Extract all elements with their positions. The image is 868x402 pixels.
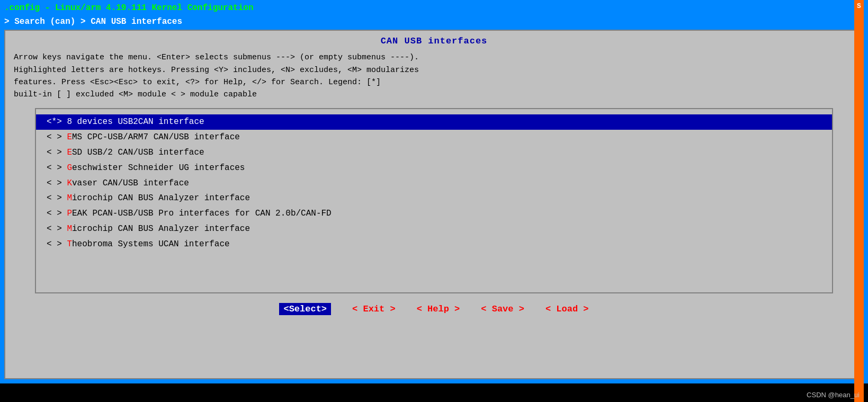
menu-item-rest: heobroma Systems UCAN interface — [72, 239, 230, 249]
menu-item-hotkey: K — [67, 178, 72, 188]
menu-item-rest: MS CPC-USB/ARM7 CAN/USB interface — [72, 132, 240, 142]
instructions: Arrow keys navigate the menu. <Enter> se… — [14, 51, 854, 101]
menu-item-item-geschwister[interactable]: < > Geschwister Schneider UG interfaces — [36, 160, 832, 176]
breadcrumb: > Search (can) > CAN USB interfaces — [0, 16, 868, 30]
menu-item-prefix: < > — [47, 178, 67, 188]
breadcrumb-text: > Search (can) > CAN USB interfaces — [4, 17, 182, 26]
main-window: CAN USB interfaces Arrow keys navigate t… — [4, 30, 864, 379]
menu-item-hotkey: E — [67, 132, 72, 142]
menu-item-rest: vaser CAN/USB interface — [72, 178, 189, 188]
save-hotkey: S — [492, 304, 497, 314]
exit-hotkey: E — [363, 304, 368, 314]
menu-item-item-ems[interactable]: < > EMS CPC-USB/ARM7 CAN/USB interface — [36, 130, 832, 145]
help-hotkey: H — [427, 304, 433, 314]
menu-item-prefix: < > — [47, 193, 67, 203]
save-rest: ave > — [497, 304, 524, 314]
load-rest: oad > — [562, 304, 589, 314]
menu-item-hotkey: P — [67, 209, 72, 218]
select-label: <Select> — [283, 304, 327, 314]
select-button[interactable]: <Select> — [279, 303, 331, 315]
menu-item-rest: EAK PCAN-USB/USB Pro interfaces for CAN … — [72, 209, 332, 218]
title-bar: .config - Linux/arm 4.19.111 Kernel Conf… — [0, 0, 868, 16]
menu-item-prefix: < > — [47, 148, 67, 157]
bottom-black — [0, 383, 868, 402]
instruction-line: features. Press <Esc><Esc> to exit, <?> … — [14, 76, 854, 88]
load-hotkey: L — [556, 304, 561, 314]
exit-rest: xit > — [369, 304, 396, 314]
menu-item-rest: SD USB/2 CAN/USB interface — [72, 148, 204, 157]
title-text: .config - Linux/arm 4.19.111 Kernel Conf… — [4, 3, 253, 13]
menu-box[interactable]: <*> 8 devices USB2CAN interface< > EMS C… — [35, 108, 833, 293]
menu-item-item-microchip1[interactable]: < > Microchip CAN BUS Analyzer interface — [36, 191, 832, 206]
load-button[interactable]: < Load > — [545, 304, 589, 314]
watermark: CSDN @hean_ui — [807, 391, 860, 399]
menu-item-item-microchip2[interactable]: < > Microchip CAN BUS Analyzer interface — [36, 221, 832, 237]
save-button[interactable]: < Save > — [481, 304, 524, 314]
menu-item-prefix: < > — [47, 132, 67, 142]
menu-item-item-peak[interactable]: < > PEAK PCAN-USB/USB Pro interfaces for… — [36, 206, 832, 221]
instruction-line: Arrow keys navigate the menu. <Enter> se… — [14, 51, 854, 64]
menu-item-hotkey: M — [67, 224, 72, 234]
scrollbar[interactable]: S — [854, 0, 864, 402]
menu-item-item-esd[interactable]: < > ESD USB/2 CAN/USB interface — [36, 145, 832, 160]
menu-item-hotkey: M — [67, 193, 72, 203]
menu-item-item-theobroma[interactable]: < > Theobroma Systems UCAN interface — [36, 237, 832, 252]
bottom-bar: <Select> < Exit > < Help > < Save > < Lo… — [14, 293, 854, 320]
help-button[interactable]: < Help > — [417, 304, 460, 314]
instruction-line: built-in [ ] excluded <M> module < > mod… — [14, 88, 854, 101]
help-rest: elp > — [433, 304, 460, 314]
menu-item-rest: icrochip CAN BUS Analyzer interface — [72, 224, 250, 234]
menu-item-rest: eschwister Schneider UG interfaces — [72, 163, 245, 173]
menu-item-prefix: < > — [47, 224, 67, 234]
window-title: CAN USB interfaces — [14, 36, 854, 46]
exit-button[interactable]: < Exit > — [352, 304, 396, 314]
menu-item-prefix: < > — [47, 163, 67, 173]
menu-item-rest: icrochip CAN BUS Analyzer interface — [72, 193, 250, 203]
menu-item-hotkey: G — [67, 163, 72, 173]
menu-item-hotkey: T — [67, 239, 72, 249]
instruction-line: Highlighted letters are hotkeys. Pressin… — [14, 64, 854, 76]
menu-item-prefix: < > — [47, 239, 67, 249]
menu-item-item-kvaser[interactable]: < > Kvaser CAN/USB interface — [36, 176, 832, 191]
menu-item-prefix: < > — [47, 209, 67, 218]
menu-item-item-usb2can[interactable]: <*> 8 devices USB2CAN interface — [36, 114, 832, 130]
menu-item-hotkey: E — [67, 148, 72, 157]
